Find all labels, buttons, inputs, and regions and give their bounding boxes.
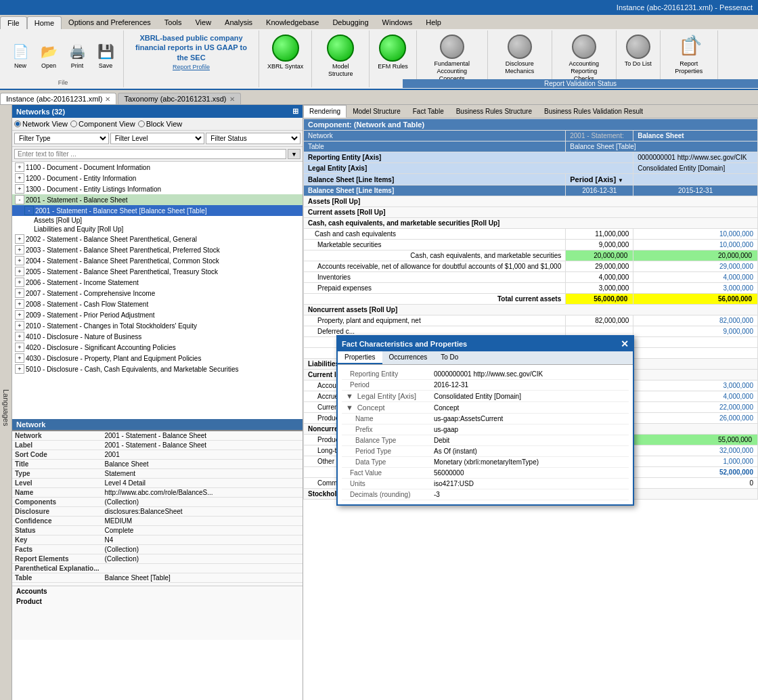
tree-item-1100[interactable]: + 1100 - Document - Document Information	[12, 162, 303, 173]
tree-item-2005[interactable]: + 2005 - Statement - Balance Sheet Paren…	[12, 266, 303, 277]
tree-item-1200[interactable]: + 1200 - Document - Entity Information	[12, 173, 303, 183]
expander-2004[interactable]: +	[15, 256, 24, 265]
popup-decimals-row: Decimals (rounding) -3	[342, 489, 629, 500]
tab-business-rules-validation[interactable]: Business Rules Validation Result	[538, 105, 649, 118]
tree-item-2006[interactable]: + 2006 - Statement - Income Statement	[12, 277, 303, 288]
popup-expand-icon[interactable]: ▼	[346, 392, 353, 400]
popup-data-type-label: Data Type	[342, 457, 430, 468]
popup-tab-todo[interactable]: To Do	[434, 351, 465, 364]
expander-2001[interactable]: -	[15, 195, 24, 204]
tree-item-4010[interactable]: + 4010 - Disclosure - Nature of Business	[12, 331, 303, 342]
tab-windows[interactable]: Windows	[376, 16, 420, 29]
search-button[interactable]: ▼	[288, 149, 300, 159]
expander-4010[interactable]: +	[15, 332, 24, 341]
expander-2001bs[interactable]: -	[24, 206, 34, 215]
expander-2008[interactable]: +	[15, 299, 24, 309]
tree-item-4030[interactable]: + 4030 - Disclosure - Property, Plant an…	[12, 353, 303, 364]
tree-item-2002[interactable]: + 2002 - Statement - Balance Sheet Paren…	[12, 234, 303, 244]
tree-item-2003[interactable]: + 2003 - Statement - Balance Sheet Paren…	[12, 244, 303, 255]
expander-4020[interactable]: +	[15, 343, 24, 352]
tab-tools[interactable]: Tools	[158, 16, 189, 29]
tree-item-2004[interactable]: + 2004 - Statement - Balance Sheet Paren…	[12, 255, 303, 266]
network-view-radio[interactable]: Network View	[14, 120, 68, 128]
report-properties-button[interactable]: 📋 🔧 Report Properties	[665, 32, 713, 78]
filter-level-select[interactable]: Filter Level	[110, 133, 205, 144]
doc-tab-taxonomy[interactable]: Taxonomy (abc-20161231.xsd) ✕	[118, 93, 240, 104]
efm-rules-label: EFM Rules	[378, 63, 408, 70]
prop-confidence-label: Confidence	[12, 517, 102, 526]
expander-2003[interactable]: +	[15, 245, 24, 255]
expander-2010[interactable]: +	[15, 321, 24, 330]
expander-1100[interactable]: +	[15, 162, 24, 172]
expander-2002[interactable]: +	[15, 234, 24, 244]
xbrl-syntax-button[interactable]: XBRL Syntax	[263, 32, 307, 73]
tree-item-2008[interactable]: + 2008 - Statement - Cash Flow Statement	[12, 299, 303, 309]
expander-2006[interactable]: +	[15, 278, 24, 287]
tab-view[interactable]: View	[188, 16, 218, 29]
filter-type-select[interactable]: Filter Type	[14, 133, 109, 144]
popup-units-value: iso4217:USD	[430, 479, 629, 489]
doc-tab-instance-close[interactable]: ✕	[105, 95, 110, 103]
tab-help[interactable]: Help	[419, 16, 448, 29]
accounting-button[interactable]: Accounting Reporting Checks	[556, 32, 612, 85]
expander-2005[interactable]: +	[15, 267, 24, 276]
popup-tab-properties[interactable]: Properties	[338, 351, 382, 364]
tree-item-4020[interactable]: + 4020 - Disclosure - Significant Accoun…	[12, 342, 303, 353]
open-button[interactable]: 📂 Open	[35, 39, 62, 71]
tree-label-4030: 4030 - Disclosure - Property, Plant and …	[26, 355, 201, 362]
tab-business-rules[interactable]: Business Rules Structure	[450, 105, 538, 118]
popup-concept-expand[interactable]: ▼	[346, 403, 353, 412]
tab-model-structure[interactable]: Model Structure	[347, 105, 407, 118]
doc-tab-taxonomy-label: Taxonomy (abc-20161231.xsd)	[124, 95, 226, 103]
prop-key: Key N4	[12, 535, 303, 545]
todo-button[interactable]: To Do List	[621, 32, 656, 70]
tab-fact-table[interactable]: Fact Table	[407, 105, 450, 118]
search-input[interactable]	[14, 149, 286, 159]
expander-5010[interactable]: +	[15, 364, 24, 374]
print-button[interactable]: 🖨️ Print	[64, 39, 91, 71]
tree-item-liab[interactable]: Liabilities and Equity [Roll Up]	[12, 225, 303, 234]
expander-4030[interactable]: +	[15, 353, 24, 363]
tab-analysis[interactable]: Analysis	[218, 16, 259, 29]
popup-close-button[interactable]: ✕	[621, 338, 629, 349]
tree-item-2010[interactable]: + 2010 - Statement - Changes in Total St…	[12, 320, 303, 331]
tab-file[interactable]: File	[0, 16, 27, 29]
model-structure-button[interactable]: Model Structure	[316, 32, 365, 81]
expander-2007[interactable]: +	[15, 288, 24, 298]
block-view-radio[interactable]: Block View	[138, 120, 183, 128]
report-profile-link[interactable]: Report Profile	[173, 64, 210, 70]
tree-item-2009[interactable]: + 2009 - Statement - Prior Period Adjust…	[12, 309, 303, 320]
period-axis-dropdown[interactable]: ▼	[618, 177, 623, 183]
component-view-radio[interactable]: Component View	[70, 120, 135, 128]
expander-2009[interactable]: +	[15, 310, 24, 320]
tab-knowledgebase[interactable]: Knowledgebase	[259, 16, 326, 29]
tree-item-2001bs[interactable]: - 2001 - Statement - Balance Sheet [Bala…	[12, 205, 303, 216]
expander-1200[interactable]: +	[15, 173, 24, 183]
ppe-v1: 82,000,000	[566, 315, 633, 326]
tree-item-1300[interactable]: + 1300 - Document - Entity Listings Info…	[12, 183, 303, 194]
tab-options[interactable]: Options and Preferences	[62, 16, 158, 29]
tree-item-2007[interactable]: + 2007 - Statement - Comprehensive Incom…	[12, 288, 303, 299]
tree-item-5010[interactable]: + 5010 - Disclosure - Cash, Cash Equival…	[12, 364, 303, 374]
doc-tab-taxonomy-close[interactable]: ✕	[229, 95, 235, 103]
tab-rendering[interactable]: Rendering	[303, 105, 347, 118]
expand-icon[interactable]: ⊞	[292, 107, 298, 116]
disclosure-button[interactable]: Disclosure Mechanics	[492, 32, 548, 78]
tree-item-2001[interactable]: - 2001 - Statement - Balance Sheet	[12, 194, 303, 205]
doc-tab-instance[interactable]: Instance (abc-20161231.xml) ✕	[0, 93, 116, 104]
filter-bar: Filter Type Filter Level Filter Status	[12, 131, 303, 147]
fundamental-button[interactable]: Fundamental Accounting Concepts	[421, 32, 483, 85]
efm-rules-button[interactable]: EFM Rules	[374, 32, 412, 73]
tree-item-assets[interactable]: Assets [Roll Up]	[12, 216, 303, 225]
noncurrent-assets-label: Noncurrent assets [Roll Up]	[304, 305, 758, 315]
total-current-assets-v1: 56,000,000	[566, 294, 633, 305]
new-button[interactable]: 📄 New	[7, 39, 34, 71]
current-assets-label: Current assets [Roll Up]	[304, 207, 758, 218]
save-button[interactable]: 💾 Save	[92, 39, 119, 71]
filter-status-select[interactable]: Filter Status	[206, 133, 300, 144]
tab-home[interactable]: Home	[27, 16, 62, 29]
ribbon-file-group: 📄 New 📂 Open 🖨️ Print 💾 Save File	[3, 30, 124, 87]
popup-tab-occurrences[interactable]: Occurrences	[382, 351, 434, 364]
expander-1300[interactable]: +	[15, 184, 24, 194]
tab-debugging[interactable]: Debugging	[326, 16, 375, 29]
